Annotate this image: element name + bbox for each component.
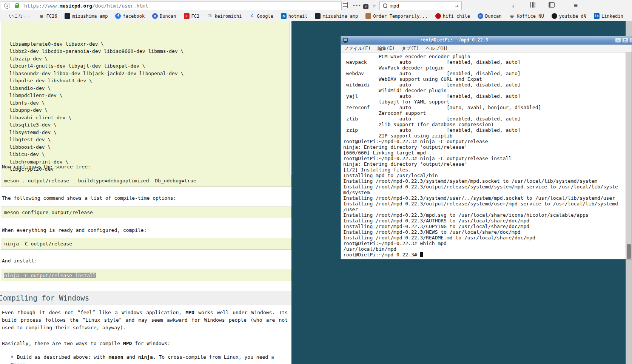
site-icon [65,13,70,19]
bookmark-item[interactable]: F FC2 [184,13,200,19]
search-go-icon[interactable]: → [455,3,458,9]
bookmarks-overflow-chevron[interactable]: » [583,12,587,19]
terminal-output-line: [1/2] Installing files. [343,167,626,173]
terminal-output-line: zlib auto [enabled, disabled, auto] [343,116,626,122]
code-line: libsqlite3-dev \ [3,121,287,129]
terminal-output-line: Installing /root/mpd-0.22.3/COPYING to /… [343,224,626,229]
code-block-meson-configure: meson configure output/release [1,207,291,218]
menu-hamburger-icon[interactable]: ≡ [572,2,580,9]
bookmark-item[interactable]: ⊕ Koffice NU [509,13,544,19]
terminal-output-line: WavPack decoder plugin [343,65,626,71]
terminal-output-line: /usr/local/bin/mpd [343,246,626,252]
sidebar-icon[interactable] [547,2,556,9]
terminal-output-line: yajl auto [enabled, disabled, auto] [343,93,626,99]
paragraph-windows: Even though it does not “feel” like a Wi… [2,309,288,332]
terminal-output-line: PCM wave encoder encoder plugin [343,54,626,59]
bookmark-item[interactable]: IR keiromichi [207,13,242,19]
bookmark-item[interactable]: in Linkedin [594,13,623,19]
bookmark-item[interactable]: youtube dl [552,13,586,19]
bookmark-label: Order Temporarily... [373,14,428,19]
bookmark-item[interactable]: G Google [249,13,273,19]
bookmark-item[interactable]: mizushima amp [315,13,358,19]
site-icon: D [152,13,158,19]
code-line: libavahi-client-dev \ [3,114,287,122]
search-input[interactable]: mpd → [379,1,462,10]
terminal-output-line: zeroconf auto [auto, avahi, bonjour, dis… [343,105,626,110]
terminal-menu-item[interactable]: 編集(E) [378,45,395,52]
downloads-icon[interactable]: ↓ [509,2,517,9]
terminal-menu-item[interactable]: ヘルプ(H) [426,45,448,52]
terminal-output-line: zzip auto [enabled, disabled, auto] [343,127,626,133]
bookmark-item[interactable]: Order Temporarily... [365,13,428,19]
bookmark-label: hotmail [288,14,308,19]
bookmark-item[interactable]: f facebook [115,13,145,19]
url-bar[interactable]: i https://www.musicpd.org/doc/html/user.… [1,1,342,10]
terminal-content: PCM wave encoder encoder plugin wavpack … [341,52,632,259]
terminal-title-bar[interactable]: root@DietPi: ~/mpd-0.22.3 − □ × [341,36,632,45]
bullet-marker: • [11,354,14,360]
bullet-text[interactable]: Build as described above: with meson and… [11,354,274,364]
bookmark-item[interactable]: ⊕ FC26 [39,13,57,19]
terminal-output-line: root@DietPi:~/mpd-0.22.3# ninja -C outpu… [343,156,626,161]
pocket-icon[interactable]: ∨ [362,2,370,9]
bookmark-item[interactable]: D Duncan [478,13,501,19]
terminal-cursor [420,252,423,257]
minimize-icon[interactable]: − [615,37,621,43]
bookmark-label: Google [257,14,273,19]
bookmark-label: いこな... [9,13,31,19]
reader-mode-icon[interactable] [341,2,349,10]
terminal-scrollbar-thumb[interactable] [627,244,631,259]
terminal-output-line: Installing /root/mpd-0.22.3/NEWS to /usr… [343,229,626,235]
bookmark-label: keiromichi [214,14,242,19]
paragraph-compile: When everything is ready and configured,… [2,227,288,234]
search-value[interactable]: mpd [390,3,455,9]
bookmark-label: mizushima amp [72,14,108,19]
maximize-icon[interactable]: □ [622,37,628,43]
bookmark-label: Linkedin [601,14,623,19]
terminal-output-line: ninja: Entering directory 'output/releas… [343,144,626,150]
code-line: libboost-dev \ [3,143,287,151]
bookmark-label: mizushima amp [322,14,358,19]
code-line: libasound2-dev libao-dev libjack-jackd2-… [3,70,287,77]
bookmark-item[interactable]: hifi chile [435,13,470,19]
code-line: libsamplerate0-dev libsoxr-dev \ [3,40,287,48]
terminal-output-line: Installing /root/mpd-0.22.3/README.md to… [343,235,626,241]
bookmark-item[interactable]: D Duncan [152,13,176,19]
terminal-output-line: Installing /root/mpd-0.22.3/systemd/user… [343,195,626,201]
bookmark-star-icon[interactable]: ☆ [370,2,378,9]
code-line: libbz2-dev libcdio-paranoia-dev libiso96… [3,48,287,55]
code-line: libicu-dev \ [3,151,287,158]
browser-chrome: i https://www.musicpd.org/doc/html/user.… [0,0,632,21]
terminal-menu-item[interactable]: タブ(T) [402,45,419,52]
terminal-title: root@DietPi: ~/mpd-0.22.3 [341,36,567,44]
terminal-output-line: Installing /root/mpd-0.22.3/systemd/syst… [343,178,626,184]
paragraph-configure: Now configure the source tree: [2,163,288,171]
terminal-output-line: Installing /root/mpd-0.22.3/AUTHORS to /… [343,218,626,224]
bookmark-label: Duncan [485,14,501,19]
terminal-scrollbar[interactable] [626,52,632,259]
bookmark-item[interactable]: o hotmail [281,13,308,19]
globe-icon: ⊕ [509,13,515,19]
terminal-output-line: Installing mpd to /usr/local/bin [343,173,626,178]
github-icon [552,13,557,19]
bookmark-item[interactable]: いこな... [2,13,31,19]
close-icon[interactable]: × [629,37,632,43]
terminal-output-line: Zeroconf support [343,110,626,116]
terminal-output-line: libyajl for YAML support [343,99,626,105]
terminal-window: root@DietPi: ~/mpd-0.22.3 − □ × ファイル(F)編… [341,36,632,259]
library-icon[interactable] [529,2,537,9]
bookmark-item[interactable]: mizushima amp [65,13,108,19]
page-actions-icon[interactable]: ••• [353,2,361,9]
https-lock-icon[interactable] [15,5,19,8]
terminal-output-line: wavpack auto [enabled, disabled, auto] [343,59,626,65]
site-icon: D [478,13,483,19]
document-page: libsamplerate0-dev libsoxr-dev \ libbz2-… [0,21,291,364]
terminal-menu-item[interactable]: ファイル(F) [344,45,371,52]
url-text[interactable]: https://www.musicpd.org/doc/html/user.ht… [24,3,148,9]
bookmark-label: facebook [123,14,145,19]
site-info-icon[interactable]: i [4,3,10,9]
list-item: •Build as described above: with meson an… [0,353,286,364]
paragraph-options: The following command shows a list of co… [2,194,288,202]
code-line: libmpdclient-dev \ [3,92,287,99]
bookmark-label: Koffice NU [516,14,544,19]
